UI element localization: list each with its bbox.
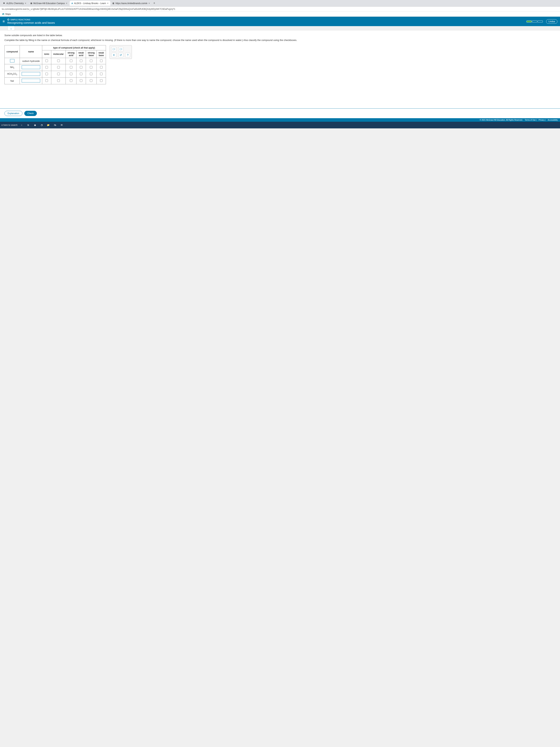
weak-acid-checkbox[interactable]	[80, 66, 82, 69]
tab-label: McGraw-Hill Education Campus	[33, 2, 65, 5]
strong-acid-checkbox[interactable]	[70, 59, 73, 62]
topic-category: SIMPLE REACTIONS	[7, 19, 55, 21]
table-row: HCH3CO2	[5, 71, 106, 78]
explanation-button[interactable]: Explanation	[4, 111, 22, 116]
check-button[interactable]: Check	[24, 111, 37, 116]
footer-link-terms[interactable]: Terms of Use	[525, 119, 536, 121]
progress-indicator	[527, 21, 543, 22]
name-input[interactable]	[22, 72, 40, 76]
weak-base-checkbox[interactable]	[100, 79, 103, 82]
weak-acid-checkbox[interactable]	[80, 79, 82, 82]
strong-base-checkbox[interactable]	[90, 79, 92, 82]
weak-acid-checkbox[interactable]	[80, 59, 82, 62]
weak-base-checkbox[interactable]	[100, 73, 103, 75]
ionic-checkbox[interactable]	[45, 73, 48, 75]
close-icon[interactable]: ×	[66, 2, 68, 5]
menu-icon[interactable]: ≡	[3, 19, 5, 24]
tab-label: ALEKS - Lindsay Brooks - Learn	[74, 2, 106, 5]
compound-cell: HCH3CO2	[5, 71, 20, 78]
collapse-toggle[interactable]: ⌄	[7, 26, 15, 31]
tab-mcgraw-hill[interactable]: ▦ McGraw-Hill Education Campus ×	[28, 1, 69, 6]
col-ionic: ionic	[42, 50, 51, 58]
clear-button[interactable]: ✕	[111, 53, 116, 57]
footer-link-accessibility[interactable]: Accessibility	[548, 119, 558, 121]
weak-base-checkbox[interactable]	[100, 59, 103, 62]
task-view-icon[interactable]: ⧉	[26, 123, 31, 128]
aleks-header: ≡ SIMPLE REACTIONS Recognizing common ac…	[0, 17, 560, 26]
table-row: NaI	[5, 78, 106, 84]
mail-icon[interactable]: ✉	[59, 123, 64, 128]
favicon-icon: ✱	[3, 2, 5, 5]
url-bar[interactable]: ks.com/alekscgi/x/Isl.exe/1o_u-IgNslkr7j…	[0, 7, 560, 12]
bookmarks-bar: 🗺️ Maps	[0, 12, 560, 17]
ionic-checkbox[interactable]	[45, 66, 48, 69]
store-icon[interactable]: 🛍	[52, 123, 58, 128]
strong-base-checkbox[interactable]	[90, 73, 92, 75]
ionic-checkbox[interactable]	[45, 59, 48, 62]
question-content: Some soluble compounds are listed in the…	[0, 31, 560, 108]
name-input[interactable]	[22, 66, 40, 69]
close-icon[interactable]: ×	[25, 2, 26, 5]
weak-base-checkbox[interactable]	[100, 66, 103, 69]
favicon-icon: ◧	[113, 2, 114, 5]
close-icon[interactable]: ×	[149, 2, 150, 5]
compound-cell: NH3	[5, 64, 20, 71]
chevron-down-icon: ⌄	[10, 27, 12, 30]
bookmark-maps[interactable]: 🗺️ Maps	[2, 13, 11, 16]
bookmark-label: Maps	[5, 13, 11, 16]
edge-icon[interactable]: ◉	[32, 123, 37, 128]
help-button[interactable]: ?	[125, 53, 130, 57]
favicon-icon: A	[72, 2, 73, 5]
strong-base-checkbox[interactable]	[90, 66, 92, 69]
molecular-checkbox[interactable]	[57, 66, 60, 69]
strong-acid-checkbox[interactable]	[70, 73, 73, 75]
col-strong-base: strongbase	[86, 50, 97, 58]
intro-line-2: Complete the table by filling in the nam…	[4, 38, 556, 42]
category-text: SIMPLE REACTIONS	[10, 19, 30, 21]
subscript-button[interactable]: □□	[111, 47, 116, 51]
circle-icon	[7, 19, 9, 21]
reset-button[interactable]: ↺	[118, 53, 123, 57]
col-molecular: molecular	[51, 50, 66, 58]
new-tab-button[interactable]: +	[152, 1, 157, 6]
table-row: NH3	[5, 64, 106, 71]
col-compound: compound	[5, 45, 20, 58]
superscript-button[interactable]: □□	[118, 47, 124, 51]
windows-taskbar: e here to search ○ ⧉ ◉ ◔ 📁 🛍 ✉	[0, 122, 560, 128]
browser-tab-strip: ✱ ALEKs Chemistry × ▦ McGraw-Hill Educat…	[0, 0, 560, 7]
footer: © 2021 McGraw-Hill Education. All Rights…	[0, 118, 560, 122]
molecular-checkbox[interactable]	[57, 73, 60, 75]
strong-acid-checkbox[interactable]	[70, 79, 73, 82]
compounds-table: compound name type of compound (check al…	[4, 45, 106, 84]
table-row: sodium hydroxide	[5, 58, 106, 64]
favicon-icon: ▦	[30, 2, 32, 5]
col-name: name	[20, 45, 42, 58]
molecular-checkbox[interactable]	[57, 59, 60, 62]
tab-aleks-chemistry[interactable]: ✱ ALEKs Chemistry ×	[1, 1, 28, 6]
tab-aleks-learn[interactable]: A ALEKS - Lindsay Brooks - Learn ×	[70, 1, 110, 6]
map-icon: 🗺️	[2, 13, 5, 16]
footer-link-privacy[interactable]: Privacy	[539, 119, 545, 121]
compound-cell: NaI	[5, 78, 20, 84]
tab-label: https://aces.limitedbrands.com/e	[115, 2, 148, 5]
molecular-checkbox[interactable]	[57, 79, 60, 82]
strong-acid-checkbox[interactable]	[70, 66, 73, 69]
taskbar-search[interactable]: e here to search	[1, 124, 18, 126]
col-weak-acid: weakacid	[77, 50, 86, 58]
ionic-checkbox[interactable]	[45, 79, 48, 82]
copyright-text: © 2021 McGraw-Hill Education. All Rights…	[480, 119, 523, 121]
chrome-icon[interactable]: ◔	[39, 123, 44, 128]
explorer-icon[interactable]: 📁	[46, 123, 51, 128]
user-name-pill[interactable]: Lindsa	[546, 19, 557, 24]
strong-base-checkbox[interactable]	[90, 59, 92, 62]
name-cell: sodium hydroxide	[20, 58, 42, 64]
action-bar: Explanation Check	[0, 108, 560, 118]
cortana-icon[interactable]: ○	[19, 123, 24, 128]
close-icon[interactable]: ×	[107, 2, 108, 5]
compound-input[interactable]	[10, 59, 15, 62]
tab-label: ALEKs Chemistry	[6, 2, 24, 5]
name-input[interactable]	[22, 79, 40, 82]
topic-title: Recognizing common acids and bases	[7, 21, 55, 24]
weak-acid-checkbox[interactable]	[80, 73, 82, 75]
tab-aces[interactable]: ◧ https://aces.limitedbrands.com/e ×	[111, 1, 152, 6]
